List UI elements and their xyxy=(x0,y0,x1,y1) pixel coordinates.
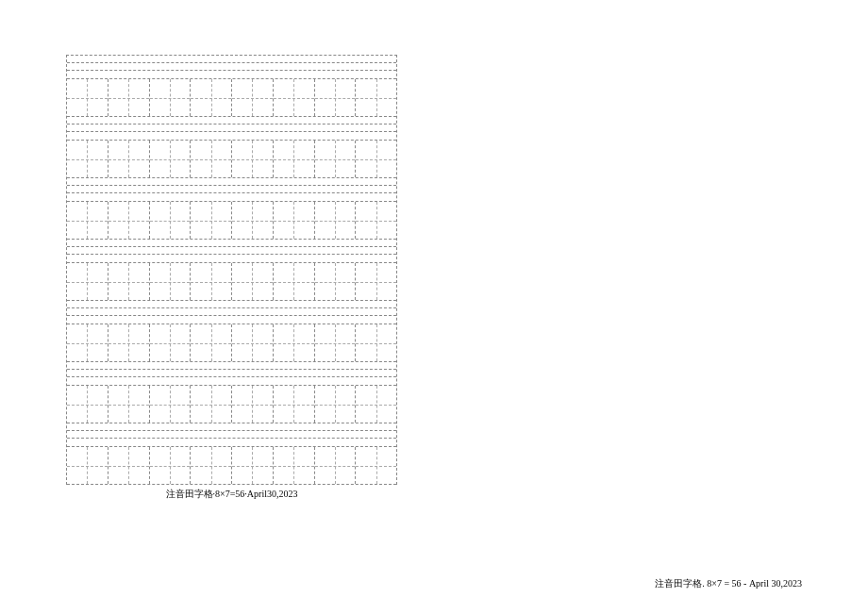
pinyin-guide-rows xyxy=(67,56,396,78)
character-row xyxy=(67,140,396,177)
tianzige-cell xyxy=(232,263,274,300)
pinyin-guide-line xyxy=(67,240,396,247)
tianzige-cell xyxy=(315,141,357,177)
tianzige-cell xyxy=(274,324,315,361)
pinyin-guide-rows xyxy=(67,178,396,201)
tianzige-cell xyxy=(274,141,315,177)
tianzige-cell xyxy=(315,447,357,484)
pinyin-guide-line xyxy=(67,316,396,324)
tianzige-cell xyxy=(232,202,274,239)
tianzige-cell xyxy=(108,202,150,239)
pinyin-guide-line xyxy=(67,132,396,140)
tianzige-grid xyxy=(66,55,397,485)
pinyin-guide-rows xyxy=(67,117,396,140)
tianzige-cell xyxy=(108,263,150,300)
tianzige-cell xyxy=(232,79,274,116)
pinyin-guide-line xyxy=(67,377,396,385)
tianzige-cell xyxy=(150,79,192,116)
tianzige-cell xyxy=(315,79,357,116)
pinyin-guide-line xyxy=(67,186,396,193)
grid-block xyxy=(67,301,396,362)
pinyin-guide-rows xyxy=(67,240,396,262)
pinyin-guide-line xyxy=(67,370,396,377)
pinyin-guide-line xyxy=(67,71,396,78)
tianzige-cell xyxy=(108,324,150,361)
practice-sheet-page: 注音田字格·8×7=56·April30,2023 xyxy=(66,55,397,501)
tianzige-cell xyxy=(191,202,232,239)
tianzige-cell xyxy=(356,202,396,239)
pinyin-guide-line xyxy=(67,431,396,439)
tianzige-cell xyxy=(67,141,108,177)
tianzige-cell xyxy=(67,263,108,300)
pinyin-guide-line xyxy=(67,178,396,186)
character-row xyxy=(67,385,396,423)
tianzige-cell xyxy=(232,141,274,177)
character-row xyxy=(67,446,396,484)
tianzige-cell xyxy=(356,79,396,116)
grid-block xyxy=(67,117,396,178)
tianzige-cell xyxy=(191,386,232,423)
tianzige-cell xyxy=(150,447,192,484)
tianzige-cell xyxy=(150,386,192,423)
grid-block xyxy=(67,362,396,423)
tianzige-cell xyxy=(315,202,357,239)
tianzige-cell xyxy=(274,447,315,484)
tianzige-cell xyxy=(67,79,108,116)
pinyin-guide-line xyxy=(67,423,396,431)
tianzige-cell xyxy=(108,79,150,116)
tianzige-cell xyxy=(108,386,150,423)
pinyin-guide-rows xyxy=(67,423,396,446)
tianzige-cell xyxy=(356,141,396,177)
tianzige-cell xyxy=(150,202,192,239)
pinyin-guide-line xyxy=(67,117,396,124)
tianzige-cell xyxy=(67,386,108,423)
tianzige-cell xyxy=(356,386,396,423)
tianzige-cell xyxy=(232,386,274,423)
tianzige-cell xyxy=(356,324,396,361)
tianzige-cell xyxy=(67,202,108,239)
pinyin-guide-line xyxy=(67,124,396,132)
tianzige-cell xyxy=(191,447,232,484)
tianzige-cell xyxy=(274,202,315,239)
tianzige-cell xyxy=(232,447,274,484)
pinyin-guide-line xyxy=(67,63,396,71)
pinyin-guide-line xyxy=(67,308,396,316)
tianzige-cell xyxy=(191,79,232,116)
tianzige-cell xyxy=(232,324,274,361)
caption-right: 注音田字格. 8×7 = 56 - April 30,2023 xyxy=(655,577,802,590)
tianzige-cell xyxy=(356,447,396,484)
pinyin-guide-line xyxy=(67,247,396,255)
pinyin-guide-line xyxy=(67,56,396,63)
grid-block xyxy=(67,56,396,117)
pinyin-guide-line xyxy=(67,362,396,370)
tianzige-cell xyxy=(67,447,108,484)
tianzige-cell xyxy=(274,79,315,116)
pinyin-guide-rows xyxy=(67,362,396,385)
tianzige-cell xyxy=(315,263,357,300)
tianzige-cell xyxy=(315,386,357,423)
tianzige-cell xyxy=(150,263,192,300)
grid-block xyxy=(67,240,396,301)
pinyin-guide-line xyxy=(67,439,396,446)
tianzige-cell xyxy=(67,324,108,361)
tianzige-cell xyxy=(191,324,232,361)
tianzige-cell xyxy=(191,141,232,177)
tianzige-cell xyxy=(150,324,192,361)
tianzige-cell xyxy=(274,263,315,300)
pinyin-guide-line xyxy=(67,301,396,308)
pinyin-guide-line xyxy=(67,255,396,262)
tianzige-cell xyxy=(108,141,150,177)
tianzige-cell xyxy=(356,263,396,300)
pinyin-guide-line xyxy=(67,193,396,201)
character-row xyxy=(67,324,396,361)
tianzige-cell xyxy=(150,141,192,177)
tianzige-cell xyxy=(315,324,357,361)
tianzige-cell xyxy=(108,447,150,484)
character-row xyxy=(67,201,396,239)
grid-block xyxy=(67,178,396,240)
tianzige-cell xyxy=(191,263,232,300)
grid-block xyxy=(67,423,396,485)
character-row xyxy=(67,78,396,116)
tianzige-cell xyxy=(274,386,315,423)
caption-left: 注音田字格·8×7=56·April30,2023 xyxy=(66,488,397,501)
